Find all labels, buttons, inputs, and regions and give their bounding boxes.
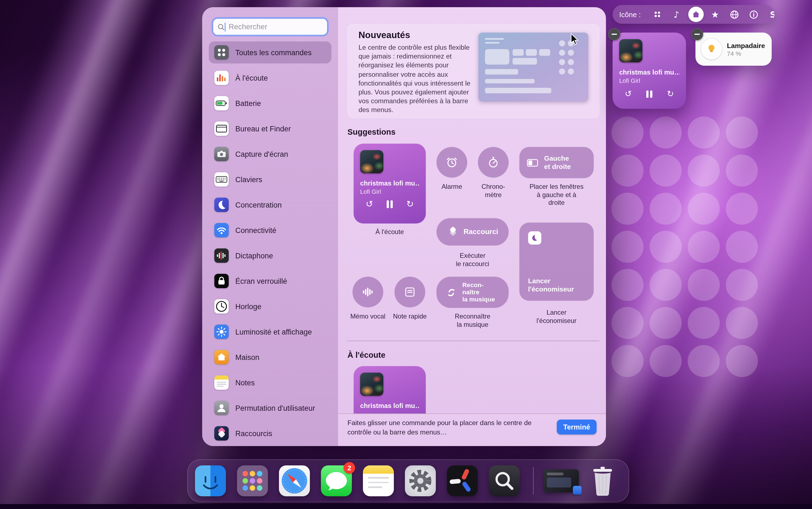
sidebar-item-clock[interactable]: Horloge: [209, 295, 331, 317]
dock-messages-icon[interactable]: 2: [321, 465, 352, 496]
suggestion-window-left-right-tile[interactable]: Gauche et droite: [519, 147, 594, 178]
widget-grid-slot[interactable]: [612, 345, 644, 377]
now-playing-section-header: À l'écoute: [348, 350, 385, 360]
pause-button[interactable]: [387, 200, 393, 208]
widget-grid-slot[interactable]: [688, 345, 720, 377]
sidebar-item-home[interactable]: Maison: [209, 346, 331, 368]
dock-pinwheel-app-icon[interactable]: [447, 465, 478, 496]
tile-caption: À l'écoute: [354, 228, 426, 236]
widget-grid-slot[interactable]: [726, 193, 758, 225]
widget-grid-slot[interactable]: [726, 307, 758, 339]
widget-grid-slot[interactable]: [650, 307, 682, 339]
widget-grid-slot[interactable]: [688, 231, 720, 263]
pause-button[interactable]: [647, 90, 652, 97]
dock-notes-icon[interactable]: [363, 465, 394, 496]
grid-style-button[interactable]: [647, 5, 667, 24]
gear-icon: [405, 465, 436, 496]
info-style-button[interactable]: [744, 5, 764, 24]
suggestion-timer-tile[interactable]: [478, 147, 509, 178]
widget-grid-slot[interactable]: [650, 231, 682, 263]
sidebar-item-focus[interactable]: Concentration: [209, 194, 331, 216]
sidebar-item-battery[interactable]: Batterie: [209, 92, 331, 114]
suggestion-quick-note-tile[interactable]: [394, 277, 425, 307]
shortcut-icon: [447, 226, 459, 238]
dock-system-settings-icon[interactable]: [405, 465, 436, 496]
suggestion-voice-memo-tile[interactable]: [352, 277, 383, 307]
search-input[interactable]: [225, 23, 323, 31]
remove-widget-button[interactable]: [608, 28, 620, 40]
user-icon: [214, 401, 229, 415]
restart-button[interactable]: ↺: [366, 200, 373, 209]
sidebar-item-screenshot[interactable]: Capture d'écran: [209, 143, 331, 165]
now-playing-widget[interactable]: christmas lofi mu… Lofi Girl ↺ ↻: [613, 33, 686, 109]
dock-safari-icon[interactable]: [279, 465, 310, 496]
dock: 2: [187, 459, 629, 502]
widget-grid-slot[interactable]: [688, 193, 720, 225]
widget-grid-slot[interactable]: [726, 155, 758, 186]
focus-moon-icon: [214, 198, 229, 212]
widget-grid-slot[interactable]: [726, 116, 758, 148]
suggestion-screensaver-tile[interactable]: Lancer l'économiseur: [519, 223, 594, 301]
widget-grid-slot[interactable]: [612, 193, 644, 225]
sidebar-item-keyboards[interactable]: Claviers: [209, 168, 331, 191]
sidebar-item-desktop-finder[interactable]: Bureau et Finder: [209, 117, 331, 140]
widget-grid-slot[interactable]: [650, 193, 682, 225]
dock-trash-icon[interactable]: [589, 465, 616, 496]
skip-button[interactable]: ↻: [406, 200, 414, 209]
dock-minimized-window[interactable]: [544, 469, 579, 493]
widget-grid-slot[interactable]: [726, 269, 758, 301]
widget-grid-slot[interactable]: [688, 155, 720, 186]
window-thumbnail-toolbar: [547, 473, 563, 475]
widget-grid-slot[interactable]: [612, 155, 644, 186]
widget-grid-slot[interactable]: [688, 307, 720, 339]
skip-button[interactable]: ↻: [667, 90, 674, 98]
whats-new-body: Le centre de contrôle est plus flexible …: [358, 43, 476, 114]
lamp-widget[interactable]: Lampadaire 74 %: [695, 33, 772, 66]
sidebar-item-now-playing[interactable]: À l'écoute: [209, 67, 331, 89]
sidebar-item-display[interactable]: Luminosité et affichage: [209, 321, 331, 343]
sidebar-item-notes[interactable]: Notes: [209, 372, 331, 394]
suggestion-alarm-tile[interactable]: [436, 147, 467, 178]
remove-widget-button[interactable]: [691, 28, 703, 40]
sidebar-item-voice-memos[interactable]: Dictaphone: [209, 244, 331, 267]
restart-button[interactable]: ↺: [625, 90, 631, 98]
dock-finder-icon[interactable]: [195, 465, 226, 496]
widget-grid-slot[interactable]: [612, 231, 644, 263]
done-button[interactable]: Terminé: [557, 419, 596, 435]
widget-grid-slot[interactable]: [650, 345, 682, 377]
sidebar-item-all-commands[interactable]: Toutes les commandes: [209, 41, 331, 64]
track-artist: Lofi Girl: [619, 77, 679, 84]
widget-grid-slot[interactable]: [688, 116, 720, 148]
widget-grid-slot[interactable]: [726, 345, 758, 377]
widget-grid-slot[interactable]: [612, 269, 644, 301]
suggestion-now-playing-tile[interactable]: christmas lofi mu… Lofi Girl ↺ ↻: [354, 143, 426, 224]
music-style-button[interactable]: ♪: [667, 5, 686, 24]
star-style-button[interactable]: ★: [705, 5, 725, 24]
sidebar-item-lock-screen[interactable]: Écran verrouillé: [209, 270, 331, 292]
sidebar-item-connectivity[interactable]: Connectivité: [209, 219, 331, 241]
home-style-button[interactable]: [686, 5, 705, 24]
quick-note-icon: [403, 285, 417, 299]
globe-style-button[interactable]: [725, 5, 744, 24]
tile-caption: Placer les fenêtres à gauche et à droite: [519, 183, 594, 207]
drag-hint-text: Faites glisser une commande pour la plac…: [348, 418, 541, 437]
search-field[interactable]: [213, 19, 327, 35]
widget-grid-slot[interactable]: [612, 116, 644, 148]
widget-grid-slot[interactable]: [650, 155, 682, 186]
sidebar-item-label: Permutation d'utilisateur: [235, 404, 315, 412]
sidebar-item-shortcuts[interactable]: Raccourcis: [209, 422, 331, 444]
widget-grid-slot[interactable]: [650, 269, 682, 301]
suggestion-music-recognition-tile[interactable]: Recon- naître la musique: [436, 277, 509, 308]
sidebar-item-user-switch[interactable]: Permutation d'utilisateur: [209, 397, 331, 419]
album-art: [360, 150, 383, 173]
widget-grid-slot[interactable]: [688, 269, 720, 301]
widget-grid-slot[interactable]: [612, 307, 644, 339]
dock-launchpad-icon[interactable]: [237, 465, 268, 496]
widget-grid-slot[interactable]: [726, 231, 758, 263]
suggestion-shortcut-tile[interactable]: Raccourci: [436, 218, 509, 246]
dock-magnifier-app-icon[interactable]: [489, 465, 520, 496]
now-playing-section-tile[interactable]: christmas lofi mu…: [354, 366, 426, 414]
screensaver-icon: [528, 231, 541, 244]
section-divider: [348, 341, 599, 341]
widget-grid-slot[interactable]: [650, 116, 682, 148]
